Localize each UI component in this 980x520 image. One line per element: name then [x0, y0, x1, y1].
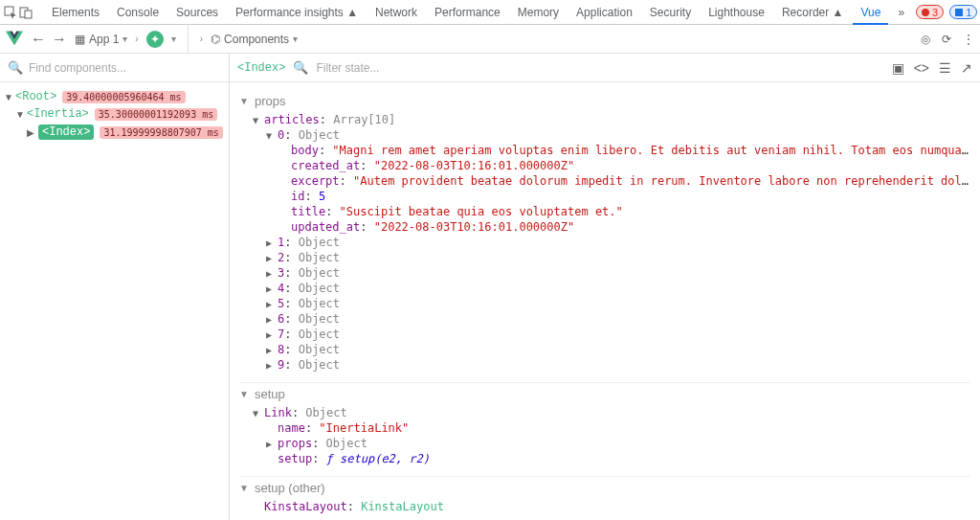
chevron-down-icon: ▾ — [293, 34, 298, 44]
filter-state-input[interactable] — [316, 61, 883, 75]
component-name: <Root> — [15, 90, 56, 103]
search-icon: 🔍 — [8, 60, 23, 75]
tab-sources[interactable]: Sources — [168, 0, 226, 25]
array-item[interactable]: ▶2: Object — [239, 250, 970, 265]
array-item[interactable]: ▶5: Object — [239, 296, 970, 311]
tab-memory[interactable]: Memory — [510, 0, 567, 25]
open-icon[interactable]: ↗ — [961, 60, 972, 76]
field-kinsta-layout[interactable]: KinstaLayout: KinstaLayout — [239, 499, 970, 514]
array-item[interactable]: ▶7: Object — [239, 327, 970, 342]
field-name[interactable]: name: "InertiaLink" — [239, 420, 970, 436]
collapse-arrow-icon[interactable]: ▼ — [239, 96, 249, 106]
tree-inertia[interactable]: ▼ <Inertia> 35.30000001192093 ms — [4, 105, 225, 123]
more-icon[interactable]: ⋮ — [963, 33, 974, 46]
target-icon[interactable]: ◎ — [921, 33, 930, 46]
vue-toolbar: ← → ▦ App 1 ▾ › ✦ ▾ › ⌬ Components ▾ ◎ ⟳… — [0, 25, 980, 54]
breadcrumb-sep: › — [200, 34, 203, 44]
forward-icon[interactable]: → — [52, 31, 67, 48]
app-selector[interactable]: ▦ App 1 ▾ — [75, 33, 127, 46]
array-item[interactable]: ▶4: Object — [239, 281, 970, 296]
collapse-arrow-icon[interactable]: ▼ — [239, 389, 249, 399]
props-body: ▼articles: Array[10] ▼0: Object body: "M… — [239, 112, 970, 373]
message-count-badge[interactable]: 1 — [949, 5, 977, 19]
tab-elements[interactable]: Elements — [44, 0, 107, 25]
array-item-0[interactable]: ▼0: Object — [239, 127, 970, 143]
error-count-badge[interactable]: 3 — [916, 5, 944, 19]
array-item[interactable]: ▶1: Object — [239, 235, 970, 250]
section-label: setup (other) — [255, 481, 325, 495]
app-icon: ▦ — [75, 33, 85, 46]
tab-console[interactable]: Console — [109, 0, 167, 25]
section-setup-other[interactable]: ▼ setup (other) — [239, 476, 970, 499]
section-props[interactable]: ▼ props — [239, 90, 970, 112]
array-item[interactable]: ▶8: Object — [239, 342, 970, 357]
component-tree: ▼ <Root> 39.40000005960464 ms ▼ <Inertia… — [0, 82, 229, 147]
inspect-icon[interactable] — [4, 5, 17, 20]
field-body[interactable]: body: "Magni rem amet aperiam voluptas e… — [239, 143, 970, 158]
components-icon: ⌬ — [211, 33, 220, 46]
tab-network[interactable]: Network — [368, 0, 425, 25]
tree-root[interactable]: ▼ <Root> 39.40000005960464 ms — [4, 88, 225, 105]
device-icon[interactable] — [19, 5, 33, 20]
field-props[interactable]: ▶props: Object — [239, 436, 970, 451]
vue-toolbar-right: ◎ ⟳ ⋮ — [921, 33, 974, 46]
array-item[interactable]: ▶6: Object — [239, 311, 970, 327]
inspector-label: Components — [224, 33, 289, 46]
selected-path: <Index> — [237, 61, 285, 75]
breadcrumb-sep: › — [135, 34, 138, 44]
prop-articles[interactable]: ▼articles: Array[10] — [239, 112, 970, 127]
nav-arrows: ← → — [31, 31, 67, 48]
tree-index[interactable]: ▶ <Index> 31.19999998807907 ms — [4, 123, 225, 142]
component-name: <Inertia> — [27, 107, 89, 121]
field-title[interactable]: title: "Suscipit beatae quia eos volupta… — [239, 204, 970, 219]
setup-link[interactable]: ▼Link: Object — [239, 405, 970, 420]
svg-rect-2 — [25, 11, 32, 18]
find-components-input[interactable] — [29, 61, 221, 75]
tab-performance[interactable]: Performance — [427, 0, 508, 25]
field-id[interactable]: id: 5 — [239, 189, 970, 204]
section-label: setup — [255, 387, 285, 401]
expand-arrow-icon[interactable]: ▶ — [27, 127, 36, 138]
chevron-down-icon[interactable]: ▾ — [171, 34, 176, 44]
tab-application[interactable]: Application — [568, 0, 640, 25]
scroll-to-icon[interactable]: ▣ — [892, 60, 904, 76]
expand-arrow-icon[interactable]: ▼ — [4, 92, 13, 102]
section-setup[interactable]: ▼ setup — [239, 382, 970, 405]
filter-state-box: <Index> 🔍 ▣ <> ☰ ↗ — [230, 54, 980, 81]
setup-body: ▼Link: Object name: "InertiaLink" ▶props… — [239, 405, 970, 466]
section-label: props — [255, 94, 286, 108]
tab-security[interactable]: Security — [642, 0, 699, 25]
vue-logo-icon — [6, 31, 23, 48]
field-setup[interactable]: setup: ƒ setup(e2, r2) — [239, 451, 970, 466]
inspector-selector[interactable]: ⌬ Components ▾ — [211, 33, 298, 46]
refresh-icon[interactable]: ⟳ — [942, 33, 951, 46]
tab-lighthouse[interactable]: Lighthouse — [701, 0, 772, 25]
component-tree-pane: ▼ <Root> 39.40000005960464 ms ▼ <Inertia… — [0, 82, 230, 520]
tabs-overflow[interactable]: » — [890, 0, 912, 25]
field-updated-at[interactable]: updated_at: "2022-08-03T10:16:01.000000Z… — [239, 219, 970, 235]
app-label: App 1 — [89, 33, 119, 46]
main-split: ▼ <Root> 39.40000005960464 ms ▼ <Inertia… — [0, 82, 980, 520]
collapse-arrow-icon[interactable]: ▼ — [239, 483, 249, 493]
timing-badge: 31.19999998807907 ms — [100, 126, 222, 139]
expand-arrow-icon[interactable]: ▼ — [15, 109, 25, 120]
array-item[interactable]: ▶3: Object — [239, 265, 970, 281]
inspector-compass-icon[interactable]: ✦ — [146, 31, 164, 48]
find-components-box: 🔍 — [0, 54, 230, 81]
tab-recorder[interactable]: Recorder ▲ — [774, 0, 852, 25]
tab-perf-insights[interactable]: Performance insights ▲ — [228, 0, 366, 25]
field-excerpt[interactable]: excerpt: "Autem provident beatae dolorum… — [239, 173, 970, 189]
component-name: <Index> — [38, 124, 94, 140]
search-icon: 🔍 — [293, 60, 308, 75]
list-icon[interactable]: ☰ — [939, 60, 951, 76]
array-item[interactable]: ▶9: Object — [239, 357, 970, 373]
code-icon[interactable]: <> — [914, 60, 929, 76]
state-pane: ▼ props ▼articles: Array[10] ▼0: Object … — [230, 82, 980, 520]
timing-badge: 35.30000001192093 ms — [95, 108, 217, 121]
back-icon[interactable]: ← — [31, 31, 46, 48]
devtools-tabbar: Elements Console Sources Performance ins… — [0, 0, 980, 25]
field-created-at[interactable]: created_at: "2022-08-03T10:16:01.000000Z… — [239, 158, 970, 173]
divider — [188, 25, 189, 54]
timing-badge: 39.40000005960464 ms — [62, 91, 185, 103]
tab-vue[interactable]: Vue — [853, 0, 888, 25]
